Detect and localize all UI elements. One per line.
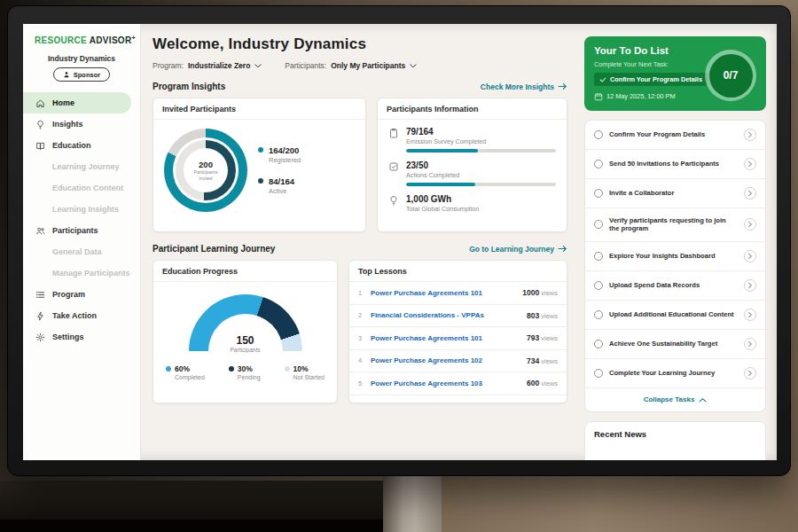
legend-item: 10% Not Started [285, 364, 325, 380]
legend-item: 84/164 Active [258, 176, 301, 195]
sidebar-item-education[interactable]: Education [23, 135, 131, 156]
participants-stats: 79/164 Emission Survey Completed [378, 120, 567, 213]
donut-center-value: 200 [199, 160, 213, 169]
clipboard-icon [388, 128, 399, 153]
task-checkbox[interactable] [594, 130, 603, 139]
task-explore-your-insights-dashboard[interactable]: Explore Your Insights Dashboard [585, 242, 765, 271]
monitor-stand [383, 473, 442, 532]
sidebar-item-participants[interactable]: Participants [23, 220, 131, 241]
task-checkbox[interactable] [594, 310, 603, 319]
lesson-row: 4 Power Purchase Agreements 102 734 view… [349, 350, 567, 373]
todo-tasks-card: Confirm Your Program Details Send 50 Inv… [584, 120, 766, 413]
stat-progress-fill [406, 183, 475, 186]
task-label: Explore Your Insights Dashboard [609, 252, 738, 261]
sidebar-nav: Home Insights Education [23, 92, 140, 348]
filter-label: Program: [153, 61, 184, 70]
home-icon [35, 98, 46, 108]
check-more-insights-link[interactable]: Check More Insights [481, 82, 567, 91]
task-upload-spend-data-records[interactable]: Upload Spend Data Records [585, 271, 765, 301]
lesson-financial-considerations-vppas[interactable]: Financial Considerations - VPPAs [371, 311, 527, 319]
collapse-tasks-link[interactable]: Collapse Tasks [585, 388, 765, 411]
task-confirm-your-program-details[interactable]: Confirm Your Program Details [585, 121, 765, 150]
task-checkbox[interactable] [594, 340, 603, 348]
sponsor-badge[interactable]: Sponsor [53, 67, 110, 82]
monitor-bezel: RESOURCE ADVISOR+ Industry Dynamics Spon… [7, 5, 791, 476]
bulb-icon [388, 195, 399, 213]
logo-plus: + [131, 35, 135, 41]
sidebar-item-manage-participants[interactable]: Manage Participants [23, 262, 131, 284]
legend-dot [258, 147, 263, 153]
task-checkbox[interactable] [594, 281, 603, 290]
task-complete-your-learning-journey[interactable]: Complete Your Learning Journey [585, 359, 765, 388]
lesson-views-count: 793 [527, 333, 539, 342]
task-checkbox[interactable] [594, 252, 603, 261]
task-checkbox[interactable] [594, 220, 603, 229]
task-checkbox[interactable] [594, 369, 603, 378]
task-achieve-one-sustainability-target[interactable]: Achieve One Sustainability Target [585, 330, 765, 359]
chevron-right-icon[interactable] [744, 158, 756, 170]
sidebar-item-insights[interactable]: Insights [23, 113, 131, 135]
education-legend: 60% Completed 30% [162, 364, 328, 380]
chevron-up-icon [699, 397, 707, 403]
learning-journey-title: Participant Learning Journey [153, 244, 275, 254]
chevron-right-icon[interactable] [744, 129, 756, 141]
legend-dot [166, 366, 171, 372]
lesson-power-purchase-agreements-102[interactable]: Power Purchase Agreements 102 [371, 356, 527, 364]
sidebar-item-label: Insights [52, 120, 83, 129]
sidebar-item-education-content[interactable]: Education Content [23, 177, 131, 199]
task-label: Confirm Your Program Details [609, 130, 738, 139]
lesson-views-suffix: views [539, 334, 558, 342]
lesson-power-purchase-agreements-101[interactable]: Power Purchase Agreements 101 [371, 289, 522, 297]
filter-program[interactable]: Program: Industrialize Zero [153, 61, 262, 70]
invited-participants-title: Invited Participants [153, 98, 365, 120]
chevron-down-icon [410, 64, 417, 68]
sidebar-item-program[interactable]: Program [23, 284, 131, 305]
education-icon [35, 141, 46, 151]
sidebar-item-general-data[interactable]: General Data [23, 241, 131, 262]
stat-progress-track [406, 183, 556, 186]
sidebar-item-settings[interactable]: Settings [23, 326, 131, 348]
chevron-right-icon[interactable] [744, 218, 756, 231]
legend-value: 164/200 [269, 145, 301, 155]
gauge-center-value: 150 [189, 334, 302, 347]
legend-label: Not Started [293, 374, 325, 380]
chevron-right-icon[interactable] [744, 309, 756, 321]
sidebar-item-label: Learning Journey [52, 162, 120, 171]
program-icon [35, 290, 46, 300]
lesson-power-purchase-agreements-103[interactable]: Power Purchase Agreements 103 [371, 379, 527, 387]
sidebar-item-take-action[interactable]: Take Action [23, 305, 131, 326]
lesson-row: 1 Power Purchase Agreements 101 1000 vie… [349, 282, 567, 305]
chevron-right-icon[interactable] [744, 338, 756, 350]
filter-participants[interactable]: Participants: Only My Participants [285, 61, 417, 70]
sidebar-item-learning-insights[interactable]: Learning Insights [23, 199, 131, 220]
page-title: Welcome, Industry Dynamics [153, 35, 567, 53]
stat-label: Total Global Consumption [406, 205, 556, 213]
go-to-learning-journey-link[interactable]: Go to Learning Journey [469, 245, 567, 254]
recent-news-card: Recent News [584, 421, 766, 460]
task-checkbox[interactable] [594, 189, 603, 198]
todo-progress-ring: 0/7 [705, 50, 756, 101]
task-invite-a-collaborator[interactable]: Invite a Collaborator [585, 179, 765, 208]
recent-news-title: Recent News [594, 429, 756, 439]
filters-row: Program: Industrialize Zero Participants… [153, 61, 567, 70]
sidebar-item-home[interactable]: Home [23, 92, 131, 113]
stat-row: 23/50 Actions Completed [388, 160, 556, 186]
chevron-right-icon[interactable] [744, 367, 756, 379]
sidebar-item-learning-journey[interactable]: Learning Journey [23, 156, 131, 177]
top-lessons-title: Top Lessons [349, 261, 567, 282]
chevron-right-icon[interactable] [744, 250, 756, 262]
lesson-power-purchase-agreements-101[interactable]: Power Purchase Agreements 101 [371, 334, 527, 342]
legend-item: 164/200 Registered [258, 145, 301, 164]
desk-edge [0, 520, 399, 532]
task-verify-participants-requesting-to-join-the-program[interactable]: Verify participants requesting to join t… [585, 208, 765, 243]
task-send-50-invitations-to-participants[interactable]: Send 50 Invitations to Participants [585, 150, 765, 179]
arrow-right-icon [558, 82, 567, 90]
todo-next-task[interactable]: Confirm Your Program Details [594, 73, 708, 86]
chevron-right-icon[interactable] [744, 279, 756, 292]
top-lessons-card: Top Lessons 1 Power Purchase Agreements … [348, 260, 567, 403]
legend-item: 60% Completed [166, 364, 205, 380]
lesson-views-suffix: views [539, 289, 558, 297]
task-upload-additional-educational-content[interactable]: Upload Additional Educational Content [585, 301, 765, 330]
chevron-right-icon[interactable] [744, 187, 756, 200]
task-checkbox[interactable] [594, 160, 603, 168]
